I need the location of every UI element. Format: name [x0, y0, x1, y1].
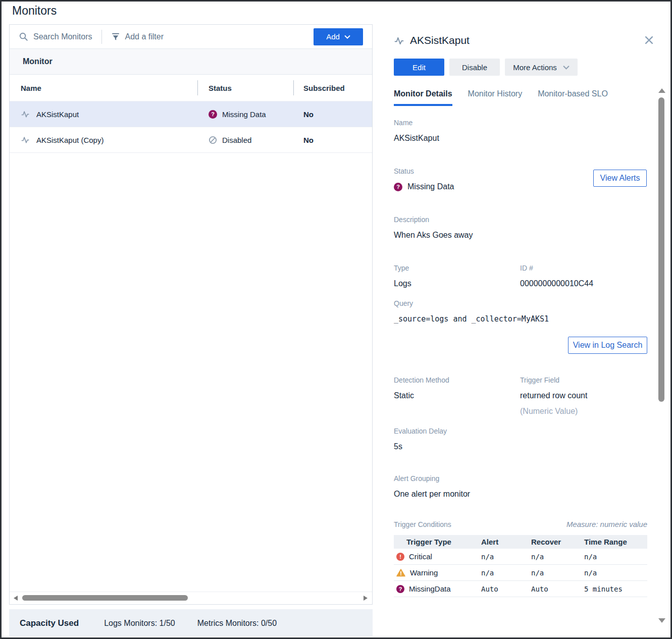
- description-label: Description: [394, 216, 647, 224]
- status-value: Missing Data: [407, 181, 454, 192]
- type-id-fields: Type Logs ID # 0000000000010C44: [394, 264, 647, 289]
- more-actions-button[interactable]: More Actions: [505, 59, 578, 76]
- table-column-header: Name Status Subscribed: [10, 75, 372, 101]
- alert-value: n/a: [481, 569, 531, 577]
- search-monitors-placeholder: Search Monitors: [33, 32, 92, 41]
- search-icon: [19, 32, 28, 41]
- trigger-row-missing-data: ? MissingData Auto Auto 5 minutes: [394, 581, 647, 597]
- type-label: Type: [394, 264, 520, 272]
- scroll-down-arrow-icon[interactable]: [658, 618, 665, 623]
- trigger-field: Trigger Field returned row count (Numeri…: [520, 376, 647, 417]
- alert-value: Auto: [481, 585, 531, 593]
- trigger-field-label: Trigger Field: [520, 376, 647, 384]
- recover-value: n/a: [531, 569, 584, 577]
- query-label: Query: [394, 299, 647, 307]
- monitors-toolbar: Search Monitors Add a filter Add: [10, 25, 372, 49]
- critical-icon: !: [396, 553, 404, 561]
- time-range-value: n/a: [584, 569, 647, 577]
- detection-method-label: Detection Method: [394, 376, 520, 384]
- monitor-pulse-icon: [21, 135, 30, 144]
- monitor-details-content: Name AKSistKaput Status ? Missing Data V…: [394, 119, 647, 597]
- tab-monitor-details[interactable]: Monitor Details: [394, 89, 452, 106]
- vertical-scrollbar-thumb[interactable]: [658, 97, 664, 402]
- view-in-log-search-button[interactable]: View in Log Search: [568, 337, 647, 354]
- tab-monitor-history[interactable]: Monitor History: [468, 89, 523, 106]
- search-monitors-control[interactable]: Search Monitors: [19, 32, 92, 41]
- trigger-type-column-header: Trigger Type: [394, 538, 481, 546]
- trigger-type: Critical: [409, 552, 432, 561]
- missing-data-status-icon: ?: [394, 183, 402, 191]
- disable-button[interactable]: Disable: [449, 59, 500, 76]
- type-value: Logs: [394, 278, 520, 289]
- evaluation-delay-field: Evaluation Delay 5s: [394, 427, 647, 452]
- table-row[interactable]: AKSistKaput ? Missing Data No: [10, 101, 372, 127]
- horizontal-scrollbar[interactable]: [10, 592, 372, 604]
- scroll-up-arrow-icon[interactable]: [658, 88, 665, 93]
- horizontal-scrollbar-thumb[interactable]: [22, 595, 188, 601]
- detail-actions: Edit Disable More Actions: [394, 59, 647, 76]
- monitor-name: AKSistKaput (Copy): [36, 136, 104, 144]
- add-button[interactable]: Add: [314, 28, 363, 45]
- metrics-monitors-count: Metrics Monitors: 0/50: [197, 619, 277, 628]
- table-row[interactable]: AKSistKaput (Copy) Disabled No: [10, 127, 372, 153]
- trigger-type: MissingData: [409, 584, 451, 593]
- trigger-field-value: returned row count: [520, 390, 647, 401]
- alert-grouping-label: Alert Grouping: [394, 474, 647, 483]
- query-field: Query _source=logs and _collector=MyAKS1…: [394, 299, 647, 354]
- detection-trigger-fields: Detection Method Static Trigger Field re…: [394, 376, 647, 417]
- scroll-left-arrow-icon[interactable]: [14, 596, 18, 601]
- scroll-right-arrow-icon[interactable]: [364, 596, 368, 601]
- page-title: Monitors: [12, 4, 57, 18]
- monitor-name-cell: AKSistKaput (Copy): [10, 135, 197, 144]
- recover-value: Auto: [531, 585, 584, 593]
- capacity-used-label: Capacity Used: [20, 618, 79, 628]
- monitor-subscribed: No: [293, 136, 372, 144]
- trigger-row-warning: Warning n/a n/a n/a: [394, 565, 647, 581]
- more-actions-label: More Actions: [513, 63, 557, 72]
- evaluation-delay-value: 5s: [394, 441, 647, 452]
- column-header-name[interactable]: Name: [10, 75, 197, 101]
- time-range-value: 5 minutes: [584, 585, 647, 593]
- table-empty-area: [10, 153, 372, 592]
- trigger-field-note: (Numeric Value): [520, 406, 647, 417]
- trigger-conditions-label: Trigger Conditions: [394, 520, 451, 528]
- column-header-status[interactable]: Status: [197, 75, 293, 101]
- evaluation-delay-label: Evaluation Delay: [394, 427, 647, 435]
- time-range-value: n/a: [584, 553, 647, 561]
- id-label: ID #: [520, 264, 647, 272]
- alert-grouping-value: One alert per monitor: [394, 489, 647, 500]
- edit-button[interactable]: Edit: [394, 59, 444, 76]
- logs-monitors-count: Logs Monitors: 1/50: [104, 619, 175, 628]
- time-range-column-header: Time Range: [584, 538, 647, 546]
- id-value: 0000000000010C44: [520, 278, 647, 289]
- column-header-subscribed[interactable]: Subscribed: [293, 75, 372, 101]
- recover-value: n/a: [531, 553, 584, 561]
- monitor-status: Missing Data: [222, 110, 266, 119]
- disabled-status-icon: [209, 136, 217, 144]
- monitor-subscribed: No: [293, 110, 372, 119]
- monitor-pulse-icon: [394, 35, 404, 46]
- tab-monitor-based-slo[interactable]: Monitor-based SLO: [538, 89, 608, 106]
- monitors-list-panel: Search Monitors Add a filter Add Monitor…: [9, 24, 373, 605]
- id-field: ID # 0000000000010C44: [520, 264, 647, 289]
- add-filter-control[interactable]: Add a filter: [111, 32, 164, 41]
- recover-column-header: Recover: [531, 538, 584, 546]
- monitor-group-label: Monitor: [23, 57, 53, 66]
- trigger-conditions-table: Trigger Type Alert Recover Time Range ! …: [394, 535, 647, 597]
- detection-method-value: Static: [394, 390, 520, 401]
- trigger-type: Warning: [410, 568, 438, 577]
- name-label: Name: [394, 119, 647, 127]
- monitor-name-cell: AKSistKaput: [10, 110, 197, 119]
- add-filter-label: Add a filter: [125, 32, 164, 41]
- chevron-down-icon: [563, 65, 570, 70]
- name-field: Name AKSistKaput: [394, 119, 647, 144]
- description-field: Description When Aks Goes away: [394, 216, 647, 241]
- view-alerts-button[interactable]: View Alerts: [593, 170, 647, 187]
- measure-note: Measure: numeric value: [566, 520, 647, 528]
- trigger-row-critical: ! Critical n/a n/a n/a: [394, 549, 647, 565]
- monitor-group-header: Monitor: [10, 49, 372, 75]
- missing-data-icon: ?: [396, 585, 404, 593]
- alert-grouping-field: Alert Grouping One alert per monitor: [394, 474, 647, 500]
- filter-icon: [111, 32, 120, 41]
- toolbar-divider: [101, 30, 102, 44]
